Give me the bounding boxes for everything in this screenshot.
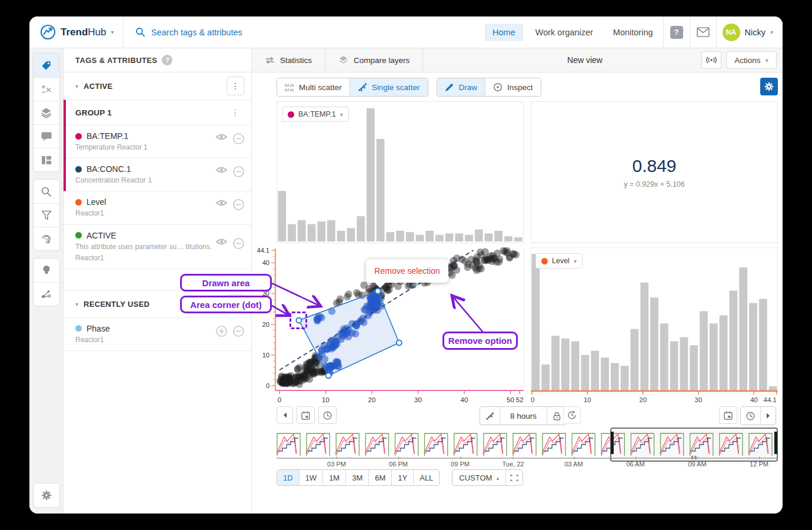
range-all-button[interactable]: ALL xyxy=(413,470,439,485)
group-name: GROUP 1 xyxy=(75,108,112,117)
brand-chevron-down-icon[interactable]: ▾ xyxy=(111,29,114,35)
rail-search[interactable] xyxy=(34,180,59,203)
broadcast-button[interactable] xyxy=(701,51,721,69)
time-label: 06 PM xyxy=(389,461,408,468)
nav-monitoring[interactable]: Monitoring xyxy=(605,24,661,41)
remove-minus-icon[interactable] xyxy=(233,133,244,144)
compare-layers-icon xyxy=(338,55,348,65)
clock-icon xyxy=(323,411,332,420)
scatter-nodes-icon xyxy=(41,289,52,300)
tags-help-icon[interactable]: ? xyxy=(162,55,172,65)
tag-row-ba-conc-1[interactable]: BA:CONC.1 Concentration Reactor 1 xyxy=(66,158,251,191)
messages-button[interactable] xyxy=(690,16,716,48)
series-name: BA:TEMP.1 xyxy=(298,110,336,118)
search-input[interactable] xyxy=(151,28,398,37)
collapse-chevron-icon[interactable]: ▾ xyxy=(75,83,78,90)
tab-compare-layers[interactable]: Compare layers xyxy=(325,48,423,72)
calendar-icon xyxy=(301,411,310,420)
collapse-chevron-icon[interactable]: ▾ xyxy=(75,301,78,307)
rail-suggestions[interactable] xyxy=(34,259,59,282)
add-plus-icon[interactable] xyxy=(216,326,227,337)
remove-minus-icon[interactable] xyxy=(233,238,244,249)
temp-legend-chip[interactable]: BA:TEMP.1 ▾ xyxy=(282,107,349,122)
level-legend-chip[interactable]: Level ▾ xyxy=(535,253,583,269)
tag-color-dot xyxy=(75,232,82,238)
rail-comments[interactable] xyxy=(34,124,59,148)
window-left-handle[interactable] xyxy=(611,432,614,454)
scatter-plot-panel: 01020304044.10102030405052 xyxy=(257,247,525,410)
recently-used-menu-button[interactable]: ⋮ xyxy=(227,294,244,313)
custom-frame-button[interactable] xyxy=(505,470,523,485)
tag-row-active[interactable]: ACTIVE This attribute uses parameter su…… xyxy=(64,225,251,269)
end-time-button[interactable] xyxy=(741,407,760,425)
tag-description: Temperature Reactor 1 xyxy=(75,143,216,152)
remove-minus-icon[interactable] xyxy=(233,326,244,337)
start-calendar-button[interactable] xyxy=(297,406,315,424)
range-1y-button[interactable]: 1Y xyxy=(391,470,413,485)
scatter-mini-icon xyxy=(485,412,494,420)
tab-statistics[interactable]: Statistics xyxy=(252,48,325,72)
end-calendar-button[interactable] xyxy=(719,406,737,424)
tags-panel-title: TAGS & ATTRIBUTES xyxy=(75,56,157,65)
tab-label: Compare layers xyxy=(354,56,410,65)
gear-icon xyxy=(764,81,774,92)
nav-work-organizer[interactable]: Work organizer xyxy=(528,24,601,41)
visibility-eye-icon[interactable] xyxy=(216,238,227,246)
single-scatter-label: Single scatter xyxy=(372,83,420,92)
remove-minus-icon[interactable] xyxy=(233,166,244,177)
window-right-handle[interactable] xyxy=(774,432,777,454)
multi-scatter-icon xyxy=(285,83,294,92)
draw-button[interactable]: Draw xyxy=(437,78,485,96)
single-scatter-button[interactable]: Single scatter xyxy=(350,78,428,96)
group-header[interactable]: GROUP 1 ⋮ xyxy=(66,100,251,125)
visibility-eye-icon[interactable] xyxy=(216,199,227,207)
remove-minus-icon[interactable] xyxy=(233,199,244,210)
visibility-eye-icon[interactable] xyxy=(216,133,227,141)
actions-button[interactable]: Actions ▾ xyxy=(726,51,777,69)
inspect-button[interactable]: Inspect xyxy=(485,78,541,96)
rail-tags[interactable] xyxy=(34,54,59,77)
rail-settings[interactable] xyxy=(34,483,59,507)
rail-formulas[interactable] xyxy=(34,77,59,101)
help-button[interactable]: ? xyxy=(664,16,690,48)
rail-layers[interactable] xyxy=(34,101,59,124)
range-1w-button[interactable]: 1W xyxy=(299,470,323,485)
active-section-menu-button[interactable]: ⋮ xyxy=(227,77,244,95)
temp-histogram-panel: BA:TEMP.1 ▾ xyxy=(277,101,524,243)
step-forward-button[interactable] xyxy=(760,407,776,425)
scatter-duration-button[interactable] xyxy=(480,407,500,425)
rail-fingerprint[interactable] xyxy=(34,227,59,250)
trendhub-logo-icon xyxy=(40,24,56,40)
duration-label: 8 hours xyxy=(508,412,539,420)
tag-name: ACTIVE xyxy=(86,231,117,240)
range-1m-button[interactable]: 1M xyxy=(322,470,345,485)
tab-label: Statistics xyxy=(280,56,312,65)
rail-filter[interactable] xyxy=(34,203,59,227)
inspect-label: Inspect xyxy=(507,83,533,92)
tag-icon xyxy=(41,60,52,71)
range-1d-button[interactable]: 1D xyxy=(277,470,299,485)
tag-row-ba-temp-1[interactable]: BA:TEMP.1 Temperature Reactor 1 xyxy=(66,125,251,158)
brand-logo[interactable]: TrendHub ▾ xyxy=(29,16,124,48)
tag-color-dot xyxy=(75,199,82,206)
range-custom-button[interactable]: CUSTOM ▴ xyxy=(452,470,505,485)
clock-icon xyxy=(746,412,755,420)
svg-text:10: 10 xyxy=(322,396,330,403)
history-button[interactable] xyxy=(563,406,581,424)
range-3m-button[interactable]: 3M xyxy=(345,470,368,485)
rail-scatter[interactable] xyxy=(34,282,59,306)
user-menu[interactable]: NA Nicky ▾ xyxy=(717,16,783,48)
tag-row-phase[interactable]: Phase Reactor1 xyxy=(64,317,251,351)
step-back-button[interactable] xyxy=(277,406,293,424)
duration-display[interactable]: 8 hours xyxy=(500,407,547,425)
multi-scatter-button[interactable]: Multi scatter xyxy=(277,78,350,96)
tag-row-level[interactable]: Level Reactor1 xyxy=(64,191,251,224)
scatter-plot[interactable]: 01020304044.10102030405052 xyxy=(257,247,525,410)
start-time-button[interactable] xyxy=(318,406,337,424)
group-menu-button[interactable]: ⋮ xyxy=(227,108,244,117)
visibility-eye-icon[interactable] xyxy=(216,166,227,174)
nav-home[interactable]: Home xyxy=(485,24,523,41)
range-6m-button[interactable]: 6M xyxy=(368,470,391,485)
rail-dashboard[interactable] xyxy=(34,148,59,171)
chart-settings-button[interactable] xyxy=(760,78,778,95)
